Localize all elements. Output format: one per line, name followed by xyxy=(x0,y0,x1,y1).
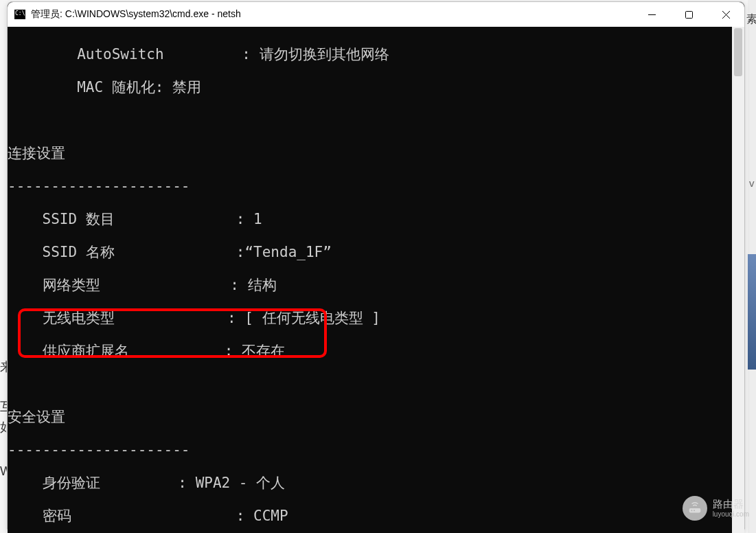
watermark-icon xyxy=(683,496,707,521)
vertical-scrollbar[interactable] xyxy=(732,27,744,533)
svg-point-5 xyxy=(691,510,692,511)
titlebar[interactable]: 管理员: C:\WINDOWS\system32\cmd.exe - netsh xyxy=(8,2,744,27)
bg-text: 来 xyxy=(0,357,7,376)
output-line: SSID 数目 : 1 xyxy=(8,211,262,227)
bg-text: W xyxy=(0,462,7,481)
output-line: 供应商扩展名 : 不存在 xyxy=(8,343,285,359)
section-header: 连接设置 xyxy=(8,145,65,161)
output-line: 密码 : CCMP xyxy=(8,508,288,524)
bg-text: 互 xyxy=(0,397,7,416)
output-line: AutoSwitch : 请勿切换到其他网络 xyxy=(8,46,389,63)
scrollbar-thumb[interactable] xyxy=(734,28,742,76)
output-line: MAC 随机化: 禁用 xyxy=(8,79,201,95)
maximize-icon xyxy=(685,11,693,19)
bg-text: 素 xyxy=(746,12,756,27)
output-line: 身份验证 : WPA2 - 个人 xyxy=(8,475,285,491)
output-line: SSID 名称 :“Tenda_1F” xyxy=(8,244,332,260)
section-header: 安全设置 xyxy=(8,409,65,425)
bg-text: 如 xyxy=(0,418,7,437)
cmd-window: 管理员: C:\WINDOWS\system32\cmd.exe - netsh… xyxy=(7,1,745,533)
output-line: 无线电类型 : [ 任何无线电类型 ] xyxy=(8,310,380,326)
minimize-icon xyxy=(648,11,656,19)
window-title: 管理员: C:\WINDOWS\system32\cmd.exe - netsh xyxy=(31,8,633,21)
bg-text: v xyxy=(749,177,755,189)
watermark-label: 路由器 xyxy=(713,499,749,510)
terminal-output[interactable]: AutoSwitch : 请勿切换到其他网络 MAC 随机化: 禁用 连接设置 … xyxy=(8,27,732,533)
window-controls xyxy=(633,2,744,27)
output-line: --------------------- xyxy=(8,178,190,194)
cmd-icon xyxy=(14,10,25,19)
close-icon xyxy=(722,11,730,19)
output-line: 网络类型 : 结构 xyxy=(8,277,277,293)
watermark-text: 路由器 luyouqi.com xyxy=(713,499,749,518)
watermark: 路由器 luyouqi.com xyxy=(683,496,749,521)
maximize-button[interactable] xyxy=(670,2,707,27)
output-line: --------------------- xyxy=(8,442,190,458)
watermark-sublabel: luyouqi.com xyxy=(713,510,749,518)
bg-image-strip xyxy=(748,254,756,370)
svg-rect-1 xyxy=(685,11,692,18)
close-button[interactable] xyxy=(707,2,744,27)
background-strip-right: 素 v xyxy=(748,0,756,533)
background-strip-left: 来 互 如 W xyxy=(0,357,7,481)
svg-point-6 xyxy=(694,510,695,511)
router-icon xyxy=(687,501,702,516)
minimize-button[interactable] xyxy=(633,2,670,27)
terminal-area: AutoSwitch : 请勿切换到其他网络 MAC 随机化: 禁用 连接设置 … xyxy=(8,27,744,533)
